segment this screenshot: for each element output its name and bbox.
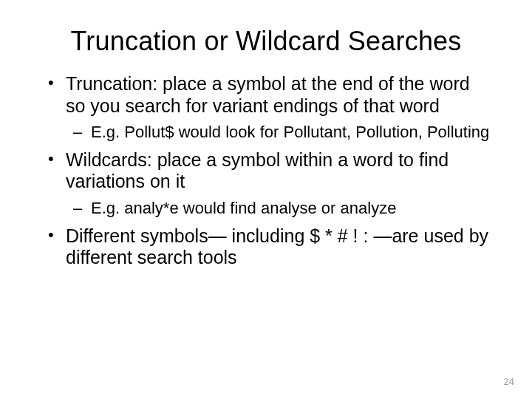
bullet-item: Different symbols— including $ * # ! : —… (41, 225, 491, 269)
sub-bullet-item: E.g. Pollut$ would look for Pollutant, P… (41, 123, 491, 142)
sub-bullet-item: E.g. analy*e would find analyse or analy… (41, 199, 491, 218)
bullet-item: Wildcards: place a symbol within a word … (41, 149, 491, 193)
bullet-list: Truncation: place a symbol at the end of… (41, 73, 491, 269)
page-number: 24 (504, 376, 514, 387)
bullet-item: Truncation: place a symbol at the end of… (41, 73, 491, 117)
slide-title: Truncation or Wildcard Searches (41, 26, 491, 57)
